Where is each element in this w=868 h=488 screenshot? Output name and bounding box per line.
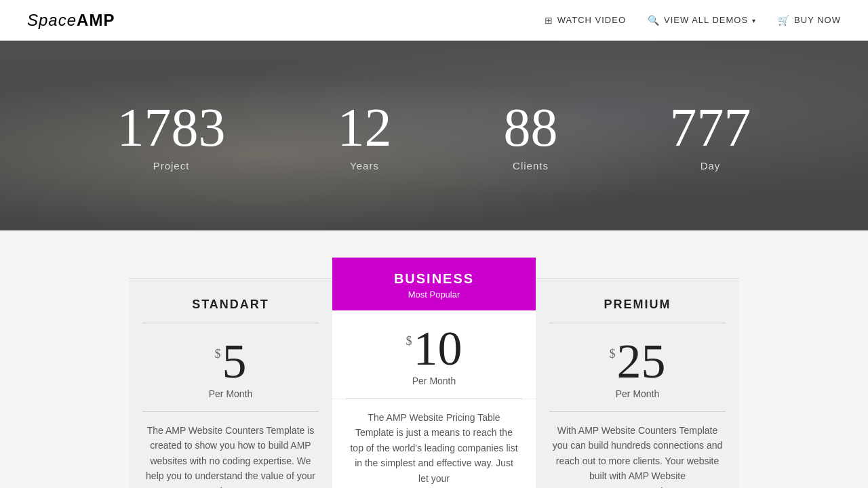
pricing-section: STANDART $ 5 Per Month The AMP Website C… <box>0 230 868 488</box>
navbar: SpaceAMP ⊞ WATCH VIDEO 🔍 VIEW ALL DEMOS … <box>0 0 868 41</box>
watch-video-label: WATCH VIDEO <box>557 15 626 25</box>
hero-section: 1783 Project 12 Years 88 Clients 777 Day <box>0 41 868 230</box>
premium-price-area: $ 25 Per Month <box>536 323 739 411</box>
clients-label: Clients <box>504 160 558 171</box>
logo-space: Space <box>27 11 77 29</box>
video-icon: ⊞ <box>545 15 553 26</box>
stat-days: 777 Day <box>670 100 751 171</box>
logo[interactable]: SpaceAMP <box>27 11 115 30</box>
premium-description: With AMP Website Counters Template you c… <box>536 412 739 488</box>
standart-header: STANDART <box>129 279 332 323</box>
buy-now-label: BUY NOW <box>794 15 841 25</box>
premium-currency: $ <box>610 348 616 360</box>
premium-price-display: $ 25 <box>610 337 666 386</box>
days-label: Day <box>670 160 751 171</box>
years-number: 12 <box>338 100 392 155</box>
stat-years: 12 Years <box>338 100 392 171</box>
stats-container: 1783 Project 12 Years 88 Clients 777 Day <box>61 100 807 171</box>
standart-plan-name: STANDART <box>142 298 319 312</box>
pricing-card-standart: STANDART $ 5 Per Month The AMP Website C… <box>129 278 332 488</box>
premium-header: PREMIUM <box>536 279 739 323</box>
chevron-down-icon <box>752 15 756 25</box>
days-number: 777 <box>670 100 751 155</box>
standart-price-display: $ 5 <box>215 337 247 386</box>
business-description: The AMP Website Pricing Table Template i… <box>332 399 536 488</box>
view-all-demos-label: VIEW ALL DEMOS <box>664 15 748 25</box>
premium-price-amount: 25 <box>617 337 666 386</box>
business-header: BUSINESS Most Popular <box>332 258 536 310</box>
buy-now-nav[interactable]: 🛒 BUY NOW <box>778 15 841 26</box>
nav-items: ⊞ WATCH VIDEO 🔍 VIEW ALL DEMOS 🛒 BUY NOW <box>545 15 841 26</box>
projects-number: 1783 <box>117 100 226 155</box>
search-icon: 🔍 <box>648 15 660 26</box>
standart-price-period: Per Month <box>142 388 319 399</box>
business-price-amount: 10 <box>414 324 462 373</box>
view-all-demos-nav[interactable]: 🔍 VIEW ALL DEMOS <box>648 15 756 26</box>
business-price-display: $ 10 <box>406 324 462 373</box>
pricing-card-premium: PREMIUM $ 25 Per Month With AMP Website … <box>536 278 739 488</box>
business-plan-name: BUSINESS <box>346 271 522 287</box>
standart-description: The AMP Website Counters Template is cre… <box>129 412 332 488</box>
business-currency: $ <box>406 335 412 347</box>
stat-projects: 1783 Project <box>117 100 226 171</box>
standart-price-area: $ 5 Per Month <box>129 323 332 411</box>
standart-price-amount: 5 <box>222 337 247 386</box>
watch-video-nav[interactable]: ⊞ WATCH VIDEO <box>545 15 626 26</box>
business-most-popular: Most Popular <box>346 289 522 300</box>
pricing-card-business: BUSINESS Most Popular $ 10 Per Month The… <box>332 258 536 488</box>
premium-price-period: Per Month <box>549 388 726 399</box>
stat-clients: 88 Clients <box>504 100 558 171</box>
business-price-area: $ 10 Per Month <box>332 310 536 399</box>
premium-plan-name: PREMIUM <box>549 298 726 312</box>
clients-number: 88 <box>504 100 558 155</box>
years-label: Years <box>338 160 392 171</box>
logo-amp: AMP <box>77 11 115 29</box>
business-price-period: Per Month <box>346 375 522 386</box>
standart-currency: $ <box>215 348 221 360</box>
cart-icon: 🛒 <box>778 15 790 26</box>
projects-label: Project <box>117 160 226 171</box>
